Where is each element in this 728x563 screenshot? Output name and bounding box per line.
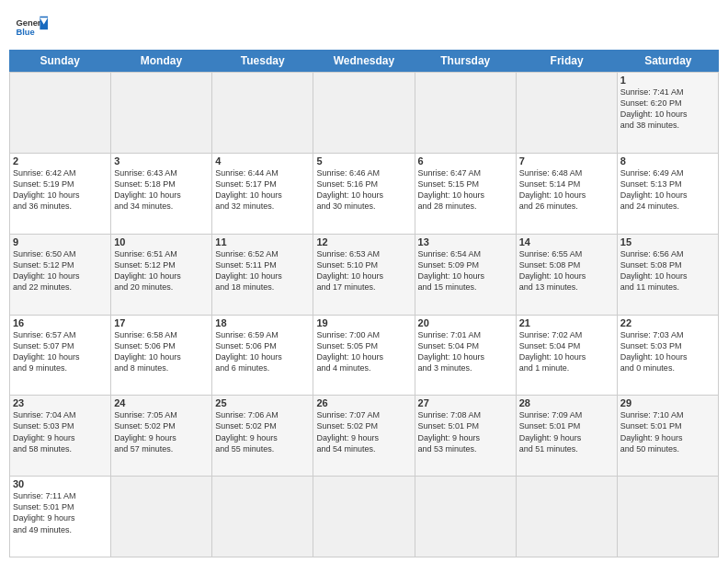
cell-sun-info: Sunrise: 7:02 AM Sunset: 5:04 PM Dayligh… bbox=[519, 329, 614, 374]
cell-sun-info: Sunrise: 6:56 AM Sunset: 5:08 PM Dayligh… bbox=[620, 248, 715, 293]
calendar-cell: 18Sunrise: 6:59 AM Sunset: 5:06 PM Dayli… bbox=[212, 316, 313, 396]
weekday-header: Tuesday bbox=[212, 50, 313, 72]
calendar-cell: 8Sunrise: 6:49 AM Sunset: 5:13 PM Daylig… bbox=[618, 154, 719, 235]
calendar-cell: 1Sunrise: 7:41 AM Sunset: 6:20 PM Daylig… bbox=[618, 73, 719, 154]
calendar-cell: 15Sunrise: 6:56 AM Sunset: 5:08 PM Dayli… bbox=[618, 235, 719, 316]
calendar-cell: 17Sunrise: 6:58 AM Sunset: 5:06 PM Dayli… bbox=[111, 316, 212, 396]
logo: General Blue bbox=[15, 11, 48, 44]
calendar-cell: 7Sunrise: 6:48 AM Sunset: 5:14 PM Daylig… bbox=[517, 154, 618, 235]
weekday-header: Sunday bbox=[9, 50, 110, 72]
day-number: 13 bbox=[418, 236, 513, 247]
calendar-cell bbox=[517, 73, 618, 154]
calendar-cell bbox=[212, 73, 313, 154]
day-number: 7 bbox=[519, 155, 614, 167]
cell-sun-info: Sunrise: 6:42 AM Sunset: 5:19 PM Dayligh… bbox=[13, 167, 108, 213]
day-number: 26 bbox=[316, 397, 411, 408]
day-number: 3 bbox=[114, 155, 209, 167]
calendar-cell: 3Sunrise: 6:43 AM Sunset: 5:18 PM Daylig… bbox=[111, 154, 212, 235]
cell-sun-info: Sunrise: 7:07 AM Sunset: 5:02 PM Dayligh… bbox=[316, 409, 411, 454]
cell-sun-info: Sunrise: 6:52 AM Sunset: 5:11 PM Dayligh… bbox=[215, 248, 310, 293]
cell-sun-info: Sunrise: 7:08 AM Sunset: 5:01 PM Dayligh… bbox=[418, 409, 513, 454]
calendar-cell: 25Sunrise: 7:06 AM Sunset: 5:02 PM Dayli… bbox=[212, 396, 313, 477]
day-number: 1 bbox=[620, 75, 715, 86]
calendar-cell: 30Sunrise: 7:11 AM Sunset: 5:01 PM Dayli… bbox=[10, 477, 111, 557]
day-number: 20 bbox=[418, 317, 513, 328]
calendar-cell bbox=[313, 73, 415, 154]
cell-sun-info: Sunrise: 6:58 AM Sunset: 5:06 PM Dayligh… bbox=[114, 329, 209, 374]
logo-icon: General Blue bbox=[15, 11, 48, 44]
weekday-header: Thursday bbox=[415, 50, 516, 72]
calendar-cell: 22Sunrise: 7:03 AM Sunset: 5:03 PM Dayli… bbox=[618, 316, 719, 396]
calendar-row: 2Sunrise: 6:42 AM Sunset: 5:19 PM Daylig… bbox=[10, 154, 719, 235]
day-number: 6 bbox=[418, 155, 513, 167]
calendar-cell: 10Sunrise: 6:51 AM Sunset: 5:12 PM Dayli… bbox=[111, 235, 212, 316]
calendar-cell: 29Sunrise: 7:10 AM Sunset: 5:01 PM Dayli… bbox=[618, 396, 719, 477]
day-number: 22 bbox=[620, 317, 715, 328]
cell-sun-info: Sunrise: 6:48 AM Sunset: 5:14 PM Dayligh… bbox=[519, 167, 614, 213]
cell-sun-info: Sunrise: 6:53 AM Sunset: 5:10 PM Dayligh… bbox=[316, 248, 411, 293]
header: General Blue bbox=[0, 0, 728, 50]
cell-sun-info: Sunrise: 6:49 AM Sunset: 5:13 PM Dayligh… bbox=[620, 167, 715, 213]
day-number: 5 bbox=[316, 155, 411, 167]
cell-sun-info: Sunrise: 7:09 AM Sunset: 5:01 PM Dayligh… bbox=[519, 409, 614, 454]
cell-sun-info: Sunrise: 6:51 AM Sunset: 5:12 PM Dayligh… bbox=[114, 248, 209, 293]
calendar-row: 16Sunrise: 6:57 AM Sunset: 5:07 PM Dayli… bbox=[10, 316, 719, 396]
weekday-header: Wednesday bbox=[313, 50, 415, 72]
cell-sun-info: Sunrise: 6:44 AM Sunset: 5:17 PM Dayligh… bbox=[215, 167, 310, 213]
svg-text:Blue: Blue bbox=[16, 28, 34, 37]
calendar-cell: 9Sunrise: 6:50 AM Sunset: 5:12 PM Daylig… bbox=[10, 235, 111, 316]
calendar-cell bbox=[415, 477, 517, 557]
day-number: 9 bbox=[13, 236, 108, 247]
calendar-cell: 28Sunrise: 7:09 AM Sunset: 5:01 PM Dayli… bbox=[517, 396, 618, 477]
day-number: 8 bbox=[620, 155, 715, 167]
day-number: 11 bbox=[215, 236, 310, 247]
calendar-header: SundayMondayTuesdayWednesdayThursdayFrid… bbox=[9, 50, 719, 72]
day-number: 2 bbox=[13, 155, 108, 167]
calendar-row: 30Sunrise: 7:11 AM Sunset: 5:01 PM Dayli… bbox=[10, 477, 719, 557]
calendar-cell bbox=[415, 73, 517, 154]
weekday-header: Friday bbox=[516, 50, 617, 72]
day-number: 30 bbox=[13, 478, 108, 489]
calendar-cell: 16Sunrise: 6:57 AM Sunset: 5:07 PM Dayli… bbox=[10, 316, 111, 396]
calendar-row: 23Sunrise: 7:04 AM Sunset: 5:03 PM Dayli… bbox=[10, 396, 719, 477]
calendar-cell: 5Sunrise: 6:46 AM Sunset: 5:16 PM Daylig… bbox=[313, 154, 415, 235]
cell-sun-info: Sunrise: 6:46 AM Sunset: 5:16 PM Dayligh… bbox=[316, 167, 411, 213]
cell-sun-info: Sunrise: 6:59 AM Sunset: 5:06 PM Dayligh… bbox=[215, 329, 310, 374]
cell-sun-info: Sunrise: 7:03 AM Sunset: 5:03 PM Dayligh… bbox=[620, 329, 715, 374]
cell-sun-info: Sunrise: 7:04 AM Sunset: 5:03 PM Dayligh… bbox=[13, 409, 108, 454]
day-number: 4 bbox=[215, 155, 310, 167]
weekday-header: Saturday bbox=[618, 50, 719, 72]
calendar-cell: 21Sunrise: 7:02 AM Sunset: 5:04 PM Dayli… bbox=[517, 316, 618, 396]
calendar-cell: 24Sunrise: 7:05 AM Sunset: 5:02 PM Dayli… bbox=[111, 396, 212, 477]
calendar-cell: 13Sunrise: 6:54 AM Sunset: 5:09 PM Dayli… bbox=[415, 235, 517, 316]
calendar-cell bbox=[10, 73, 111, 154]
day-number: 12 bbox=[316, 236, 411, 247]
cell-sun-info: Sunrise: 7:10 AM Sunset: 5:01 PM Dayligh… bbox=[620, 409, 715, 454]
cell-sun-info: Sunrise: 6:50 AM Sunset: 5:12 PM Dayligh… bbox=[13, 248, 108, 293]
calendar-cell: 6Sunrise: 6:47 AM Sunset: 5:15 PM Daylig… bbox=[415, 154, 517, 235]
calendar-row: 1Sunrise: 7:41 AM Sunset: 6:20 PM Daylig… bbox=[10, 73, 719, 154]
cell-sun-info: Sunrise: 6:57 AM Sunset: 5:07 PM Dayligh… bbox=[13, 329, 108, 374]
day-number: 28 bbox=[519, 397, 614, 408]
day-number: 24 bbox=[114, 397, 209, 408]
day-number: 19 bbox=[316, 317, 411, 328]
cell-sun-info: Sunrise: 6:43 AM Sunset: 5:18 PM Dayligh… bbox=[114, 167, 209, 213]
calendar-cell bbox=[618, 477, 719, 557]
calendar-cell: 12Sunrise: 6:53 AM Sunset: 5:10 PM Dayli… bbox=[313, 235, 415, 316]
calendar-cell bbox=[212, 477, 313, 557]
cell-sun-info: Sunrise: 7:41 AM Sunset: 6:20 PM Dayligh… bbox=[620, 86, 715, 132]
cell-sun-info: Sunrise: 7:05 AM Sunset: 5:02 PM Dayligh… bbox=[114, 409, 209, 454]
day-number: 25 bbox=[215, 397, 310, 408]
day-number: 29 bbox=[620, 397, 715, 408]
cell-sun-info: Sunrise: 7:06 AM Sunset: 5:02 PM Dayligh… bbox=[215, 409, 310, 454]
calendar-cell: 20Sunrise: 7:01 AM Sunset: 5:04 PM Dayli… bbox=[415, 316, 517, 396]
day-number: 15 bbox=[620, 236, 715, 247]
calendar-cell: 4Sunrise: 6:44 AM Sunset: 5:17 PM Daylig… bbox=[212, 154, 313, 235]
day-number: 18 bbox=[215, 317, 310, 328]
calendar-cell: 19Sunrise: 7:00 AM Sunset: 5:05 PM Dayli… bbox=[313, 316, 415, 396]
weekday-header: Monday bbox=[110, 50, 211, 72]
cell-sun-info: Sunrise: 7:11 AM Sunset: 5:01 PM Dayligh… bbox=[13, 490, 108, 535]
calendar-cell: 26Sunrise: 7:07 AM Sunset: 5:02 PM Dayli… bbox=[313, 396, 415, 477]
day-number: 10 bbox=[114, 236, 209, 247]
calendar-cell: 2Sunrise: 6:42 AM Sunset: 5:19 PM Daylig… bbox=[10, 154, 111, 235]
